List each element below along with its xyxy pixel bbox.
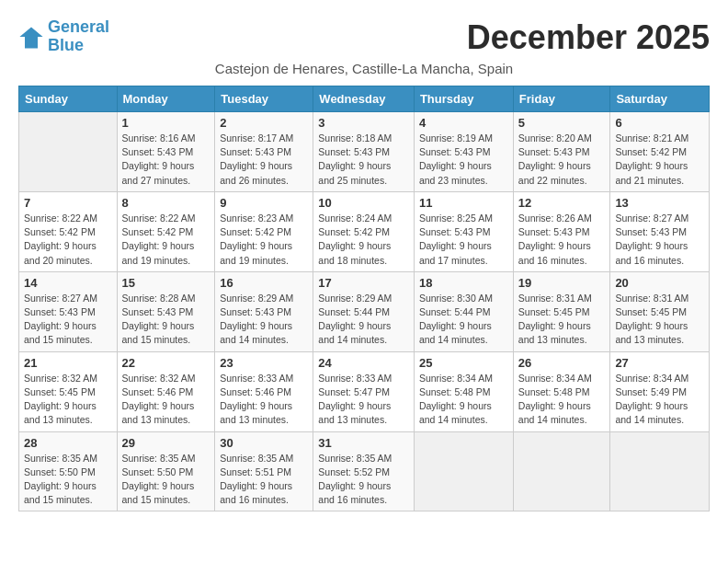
week-row-3: 14Sunrise: 8:27 AMSunset: 5:43 PMDayligh… [19,271,710,351]
logo: General Blue [18,18,109,55]
day-number: 7 [24,196,112,210]
day-cell: 11Sunrise: 8:25 AMSunset: 5:43 PMDayligh… [414,191,513,271]
day-cell: 29Sunrise: 8:35 AMSunset: 5:50 PMDayligh… [117,431,215,511]
logo-text: General Blue [48,18,109,55]
day-cell: 23Sunrise: 8:33 AMSunset: 5:46 PMDayligh… [215,351,313,431]
day-number: 15 [122,276,210,290]
day-number: 13 [615,196,704,210]
day-cell: 5Sunrise: 8:20 AMSunset: 5:43 PMDaylight… [513,112,610,192]
day-info: Sunrise: 8:35 AMSunset: 5:50 PMDaylight:… [122,452,210,508]
day-number: 8 [122,196,210,210]
day-number: 28 [24,436,112,450]
day-info: Sunrise: 8:26 AMSunset: 5:43 PMDaylight:… [518,212,606,268]
header-cell-thursday: Thursday [414,86,513,112]
day-number: 27 [615,356,704,370]
day-info: Sunrise: 8:32 AMSunset: 5:46 PMDaylight:… [122,372,210,428]
day-cell: 28Sunrise: 8:35 AMSunset: 5:50 PMDayligh… [19,431,118,511]
header-cell-sunday: Sunday [19,86,118,112]
day-number: 6 [615,116,704,130]
month-title: December 2025 [467,18,710,57]
day-cell: 16Sunrise: 8:29 AMSunset: 5:43 PMDayligh… [215,271,313,351]
day-info: Sunrise: 8:27 AMSunset: 5:43 PMDaylight:… [24,292,112,348]
day-info: Sunrise: 8:25 AMSunset: 5:43 PMDaylight:… [419,212,508,268]
day-info: Sunrise: 8:34 AMSunset: 5:48 PMDaylight:… [518,372,606,428]
day-number: 4 [419,116,508,130]
day-cell [513,431,610,511]
day-info: Sunrise: 8:28 AMSunset: 5:43 PMDaylight:… [122,292,210,348]
day-cell: 31Sunrise: 8:35 AMSunset: 5:52 PMDayligh… [313,431,415,511]
day-info: Sunrise: 8:29 AMSunset: 5:44 PMDaylight:… [318,292,409,348]
day-number: 1 [122,116,210,130]
day-number: 10 [318,196,409,210]
week-row-1: 1Sunrise: 8:16 AMSunset: 5:43 PMDaylight… [19,112,710,192]
day-info: Sunrise: 8:29 AMSunset: 5:43 PMDaylight:… [220,292,308,348]
day-cell: 17Sunrise: 8:29 AMSunset: 5:44 PMDayligh… [313,271,415,351]
day-info: Sunrise: 8:22 AMSunset: 5:42 PMDaylight:… [122,212,210,268]
week-row-5: 28Sunrise: 8:35 AMSunset: 5:50 PMDayligh… [19,431,710,511]
day-cell: 26Sunrise: 8:34 AMSunset: 5:48 PMDayligh… [513,351,610,431]
day-info: Sunrise: 8:34 AMSunset: 5:49 PMDaylight:… [615,372,704,428]
week-row-4: 21Sunrise: 8:32 AMSunset: 5:45 PMDayligh… [19,351,710,431]
day-number: 23 [220,356,308,370]
day-cell: 21Sunrise: 8:32 AMSunset: 5:45 PMDayligh… [19,351,118,431]
day-number: 14 [24,276,112,290]
day-cell: 2Sunrise: 8:17 AMSunset: 5:43 PMDaylight… [215,112,313,192]
day-number: 19 [518,276,606,290]
day-info: Sunrise: 8:18 AMSunset: 5:43 PMDaylight:… [318,132,409,188]
week-row-2: 7Sunrise: 8:22 AMSunset: 5:42 PMDaylight… [19,191,710,271]
header-cell-monday: Monday [117,86,215,112]
day-cell [610,431,710,511]
day-info: Sunrise: 8:31 AMSunset: 5:45 PMDaylight:… [615,292,704,348]
day-info: Sunrise: 8:17 AMSunset: 5:43 PMDaylight:… [220,132,308,188]
day-info: Sunrise: 8:16 AMSunset: 5:43 PMDaylight:… [122,132,210,188]
day-number: 20 [615,276,704,290]
day-number: 26 [518,356,606,370]
day-info: Sunrise: 8:21 AMSunset: 5:42 PMDaylight:… [615,132,704,188]
day-cell: 22Sunrise: 8:32 AMSunset: 5:46 PMDayligh… [117,351,215,431]
day-cell: 24Sunrise: 8:33 AMSunset: 5:47 PMDayligh… [313,351,415,431]
day-info: Sunrise: 8:33 AMSunset: 5:47 PMDaylight:… [318,372,409,428]
day-info: Sunrise: 8:30 AMSunset: 5:44 PMDaylight:… [419,292,508,348]
day-number: 5 [518,116,606,130]
day-info: Sunrise: 8:31 AMSunset: 5:45 PMDaylight:… [518,292,606,348]
day-cell: 9Sunrise: 8:23 AMSunset: 5:42 PMDaylight… [215,191,313,271]
day-cell: 25Sunrise: 8:34 AMSunset: 5:48 PMDayligh… [414,351,513,431]
day-cell: 1Sunrise: 8:16 AMSunset: 5:43 PMDaylight… [117,112,215,192]
day-cell: 7Sunrise: 8:22 AMSunset: 5:42 PMDaylight… [19,191,118,271]
header-cell-tuesday: Tuesday [215,86,313,112]
day-cell: 30Sunrise: 8:35 AMSunset: 5:51 PMDayligh… [215,431,313,511]
day-number: 24 [318,356,409,370]
svg-marker-0 [19,27,42,48]
day-info: Sunrise: 8:27 AMSunset: 5:43 PMDaylight:… [615,212,704,268]
calendar-table: SundayMondayTuesdayWednesdayThursdayFrid… [18,86,710,511]
day-number: 9 [220,196,308,210]
header-cell-wednesday: Wednesday [313,86,415,112]
day-info: Sunrise: 8:19 AMSunset: 5:43 PMDaylight:… [419,132,508,188]
day-info: Sunrise: 8:35 AMSunset: 5:50 PMDaylight:… [24,452,112,508]
day-cell: 27Sunrise: 8:34 AMSunset: 5:49 PMDayligh… [610,351,710,431]
header-cell-saturday: Saturday [610,86,710,112]
day-cell: 12Sunrise: 8:26 AMSunset: 5:43 PMDayligh… [513,191,610,271]
header-row: SundayMondayTuesdayWednesdayThursdayFrid… [19,86,710,112]
day-info: Sunrise: 8:22 AMSunset: 5:42 PMDaylight:… [24,212,112,268]
day-number: 29 [122,436,210,450]
day-cell [19,112,118,192]
page-header: General Blue December 2025 [18,18,710,57]
day-info: Sunrise: 8:32 AMSunset: 5:45 PMDaylight:… [24,372,112,428]
day-cell: 14Sunrise: 8:27 AMSunset: 5:43 PMDayligh… [19,271,118,351]
day-cell: 4Sunrise: 8:19 AMSunset: 5:43 PMDaylight… [414,112,513,192]
day-info: Sunrise: 8:34 AMSunset: 5:48 PMDaylight:… [419,372,508,428]
day-cell: 19Sunrise: 8:31 AMSunset: 5:45 PMDayligh… [513,271,610,351]
day-number: 17 [318,276,409,290]
day-cell: 8Sunrise: 8:22 AMSunset: 5:42 PMDaylight… [117,191,215,271]
day-info: Sunrise: 8:35 AMSunset: 5:51 PMDaylight:… [220,452,308,508]
day-cell [414,431,513,511]
day-cell: 20Sunrise: 8:31 AMSunset: 5:45 PMDayligh… [610,271,710,351]
day-info: Sunrise: 8:20 AMSunset: 5:43 PMDaylight:… [518,132,606,188]
day-cell: 18Sunrise: 8:30 AMSunset: 5:44 PMDayligh… [414,271,513,351]
day-info: Sunrise: 8:24 AMSunset: 5:42 PMDaylight:… [318,212,409,268]
day-cell: 3Sunrise: 8:18 AMSunset: 5:43 PMDaylight… [313,112,415,192]
day-number: 21 [24,356,112,370]
day-number: 30 [220,436,308,450]
day-cell: 15Sunrise: 8:28 AMSunset: 5:43 PMDayligh… [117,271,215,351]
